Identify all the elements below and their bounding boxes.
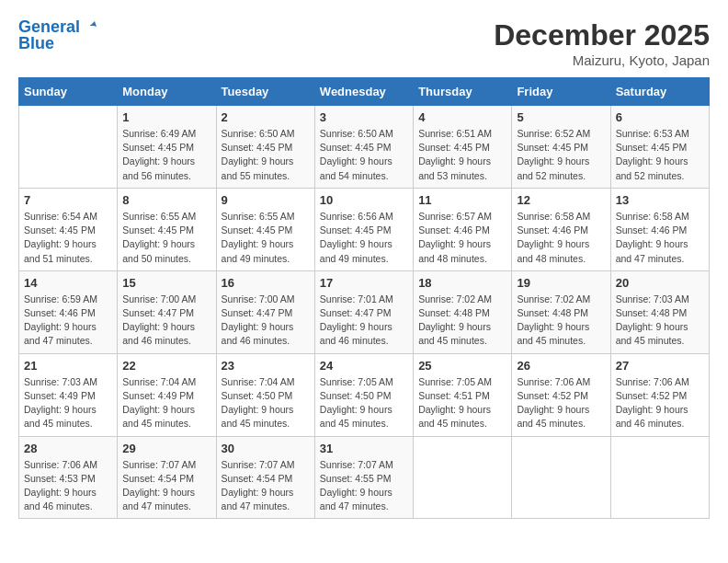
- day-info: Sunrise: 7:04 AMSunset: 4:50 PMDaylight:…: [222, 375, 310, 431]
- col-header-wednesday: Wednesday: [314, 78, 413, 106]
- day-info: Sunrise: 6:51 AMSunset: 4:45 PMDaylight:…: [418, 127, 506, 183]
- day-cell: 6Sunrise: 6:53 AMSunset: 4:45 PMDaylight…: [610, 106, 709, 189]
- col-header-sunday: Sunday: [19, 78, 118, 106]
- day-info: Sunrise: 6:54 AMSunset: 4:45 PMDaylight:…: [24, 210, 112, 266]
- svg-marker-0: [84, 21, 97, 32]
- day-number: 11: [418, 193, 506, 207]
- day-number: 19: [517, 276, 605, 290]
- day-cell: 7Sunrise: 6:54 AMSunset: 4:45 PMDaylight…: [19, 188, 118, 270]
- calendar-body: 1Sunrise: 6:49 AMSunset: 4:45 PMDaylight…: [19, 106, 710, 519]
- day-cell: 21Sunrise: 7:03 AMSunset: 4:49 PMDayligh…: [19, 353, 118, 436]
- day-info: Sunrise: 6:55 AMSunset: 4:45 PMDaylight:…: [222, 210, 310, 266]
- day-info: Sunrise: 6:55 AMSunset: 4:45 PMDaylight:…: [122, 210, 210, 266]
- day-number: 24: [320, 359, 408, 373]
- day-number: 16: [222, 276, 310, 290]
- day-cell: 10Sunrise: 6:56 AMSunset: 4:45 PMDayligh…: [314, 188, 413, 270]
- day-cell: 17Sunrise: 7:01 AMSunset: 4:47 PMDayligh…: [314, 270, 413, 353]
- day-cell: 3Sunrise: 6:50 AMSunset: 4:45 PMDaylight…: [314, 106, 413, 189]
- day-cell: 5Sunrise: 6:52 AMSunset: 4:45 PMDaylight…: [512, 106, 610, 189]
- week-row-1: 1Sunrise: 6:49 AMSunset: 4:45 PMDaylight…: [19, 106, 710, 189]
- day-cell: 29Sunrise: 7:07 AMSunset: 4:54 PMDayligh…: [118, 436, 216, 519]
- day-info: Sunrise: 7:05 AMSunset: 4:51 PMDaylight:…: [418, 375, 506, 431]
- day-number: 28: [24, 442, 112, 455]
- day-number: 18: [418, 276, 506, 290]
- day-info: Sunrise: 7:02 AMSunset: 4:48 PMDaylight:…: [418, 293, 506, 349]
- day-info: Sunrise: 7:07 AMSunset: 4:55 PMDaylight:…: [320, 458, 408, 514]
- day-cell: 27Sunrise: 7:06 AMSunset: 4:52 PMDayligh…: [610, 353, 709, 436]
- day-number: 23: [222, 359, 310, 373]
- day-number: 31: [320, 442, 408, 455]
- col-header-tuesday: Tuesday: [216, 78, 314, 106]
- day-cell: [610, 436, 709, 519]
- day-number: 15: [122, 276, 210, 290]
- day-number: 5: [517, 110, 605, 124]
- week-row-2: 7Sunrise: 6:54 AMSunset: 4:45 PMDaylight…: [19, 188, 710, 270]
- day-info: Sunrise: 6:58 AMSunset: 4:46 PMDaylight:…: [616, 210, 704, 266]
- day-cell: 26Sunrise: 7:06 AMSunset: 4:52 PMDayligh…: [512, 353, 610, 436]
- week-row-4: 21Sunrise: 7:03 AMSunset: 4:49 PMDayligh…: [19, 353, 710, 436]
- day-info: Sunrise: 6:52 AMSunset: 4:45 PMDaylight:…: [517, 127, 605, 183]
- day-number: 25: [418, 359, 506, 373]
- day-info: Sunrise: 6:50 AMSunset: 4:45 PMDaylight:…: [320, 127, 408, 183]
- logo-bird-icon: [82, 17, 98, 34]
- day-number: 8: [122, 193, 210, 207]
- day-cell: 24Sunrise: 7:05 AMSunset: 4:50 PMDayligh…: [314, 353, 413, 436]
- day-cell: 20Sunrise: 7:03 AMSunset: 4:48 PMDayligh…: [610, 270, 709, 353]
- col-header-monday: Monday: [118, 78, 216, 106]
- day-cell: [19, 106, 118, 189]
- day-number: 29: [122, 442, 210, 455]
- day-info: Sunrise: 7:02 AMSunset: 4:48 PMDaylight:…: [517, 293, 605, 349]
- day-number: 3: [320, 110, 408, 124]
- day-cell: 25Sunrise: 7:05 AMSunset: 4:51 PMDayligh…: [414, 353, 512, 436]
- day-cell: 19Sunrise: 7:02 AMSunset: 4:48 PMDayligh…: [512, 270, 610, 353]
- day-info: Sunrise: 7:03 AMSunset: 4:49 PMDaylight:…: [24, 375, 112, 431]
- day-number: 7: [24, 193, 112, 207]
- day-cell: 23Sunrise: 7:04 AMSunset: 4:50 PMDayligh…: [216, 353, 314, 436]
- day-number: 6: [616, 110, 704, 124]
- day-number: 17: [320, 276, 408, 290]
- day-cell: 12Sunrise: 6:58 AMSunset: 4:46 PMDayligh…: [512, 188, 610, 270]
- day-cell: [414, 436, 512, 519]
- day-info: Sunrise: 7:01 AMSunset: 4:47 PMDaylight:…: [320, 293, 408, 349]
- day-info: Sunrise: 7:04 AMSunset: 4:49 PMDaylight:…: [122, 375, 210, 431]
- day-cell: 11Sunrise: 6:57 AMSunset: 4:46 PMDayligh…: [414, 188, 512, 270]
- day-cell: 31Sunrise: 7:07 AMSunset: 4:55 PMDayligh…: [314, 436, 413, 519]
- col-header-friday: Friday: [512, 78, 610, 106]
- day-cell: 22Sunrise: 7:04 AMSunset: 4:49 PMDayligh…: [118, 353, 216, 436]
- day-info: Sunrise: 6:49 AMSunset: 4:45 PMDaylight:…: [122, 127, 210, 183]
- day-info: Sunrise: 7:07 AMSunset: 4:54 PMDaylight:…: [122, 458, 210, 514]
- day-number: 1: [122, 110, 210, 124]
- day-info: Sunrise: 7:06 AMSunset: 4:52 PMDaylight:…: [616, 375, 704, 431]
- day-info: Sunrise: 7:05 AMSunset: 4:50 PMDaylight:…: [320, 375, 408, 431]
- day-info: Sunrise: 6:59 AMSunset: 4:46 PMDaylight:…: [24, 293, 112, 349]
- day-number: 12: [517, 193, 605, 207]
- day-cell: 9Sunrise: 6:55 AMSunset: 4:45 PMDaylight…: [216, 188, 314, 270]
- week-row-5: 28Sunrise: 7:06 AMSunset: 4:53 PMDayligh…: [19, 436, 710, 519]
- logo: General Blue: [18, 18, 98, 53]
- day-cell: 13Sunrise: 6:58 AMSunset: 4:46 PMDayligh…: [610, 188, 709, 270]
- day-number: 14: [24, 276, 112, 290]
- calendar-header-row: SundayMondayTuesdayWednesdayThursdayFrid…: [19, 78, 710, 106]
- day-info: Sunrise: 7:06 AMSunset: 4:53 PMDaylight:…: [24, 458, 112, 514]
- col-header-saturday: Saturday: [610, 78, 709, 106]
- day-info: Sunrise: 7:07 AMSunset: 4:54 PMDaylight:…: [222, 458, 310, 514]
- page-header: General Blue December 2025 Maizuru, Kyot…: [18, 18, 710, 68]
- day-cell: 4Sunrise: 6:51 AMSunset: 4:45 PMDaylight…: [414, 106, 512, 189]
- day-info: Sunrise: 7:00 AMSunset: 4:47 PMDaylight:…: [122, 293, 210, 349]
- location: Maizuru, Kyoto, Japan: [494, 52, 710, 68]
- day-info: Sunrise: 6:56 AMSunset: 4:45 PMDaylight:…: [320, 210, 408, 266]
- day-cell: 15Sunrise: 7:00 AMSunset: 4:47 PMDayligh…: [118, 270, 216, 353]
- logo-text-blue: Blue: [18, 35, 98, 53]
- day-cell: 28Sunrise: 7:06 AMSunset: 4:53 PMDayligh…: [19, 436, 118, 519]
- day-number: 2: [222, 110, 310, 124]
- day-number: 13: [616, 193, 704, 207]
- month-title: December 2025: [494, 18, 710, 52]
- day-cell: 14Sunrise: 6:59 AMSunset: 4:46 PMDayligh…: [19, 270, 118, 353]
- title-block: December 2025 Maizuru, Kyoto, Japan: [494, 18, 710, 68]
- day-info: Sunrise: 6:53 AMSunset: 4:45 PMDaylight:…: [616, 127, 704, 183]
- calendar-table: SundayMondayTuesdayWednesdayThursdayFrid…: [18, 77, 710, 519]
- day-number: 27: [616, 359, 704, 373]
- day-info: Sunrise: 6:58 AMSunset: 4:46 PMDaylight:…: [517, 210, 605, 266]
- day-cell: 18Sunrise: 7:02 AMSunset: 4:48 PMDayligh…: [414, 270, 512, 353]
- col-header-thursday: Thursday: [414, 78, 512, 106]
